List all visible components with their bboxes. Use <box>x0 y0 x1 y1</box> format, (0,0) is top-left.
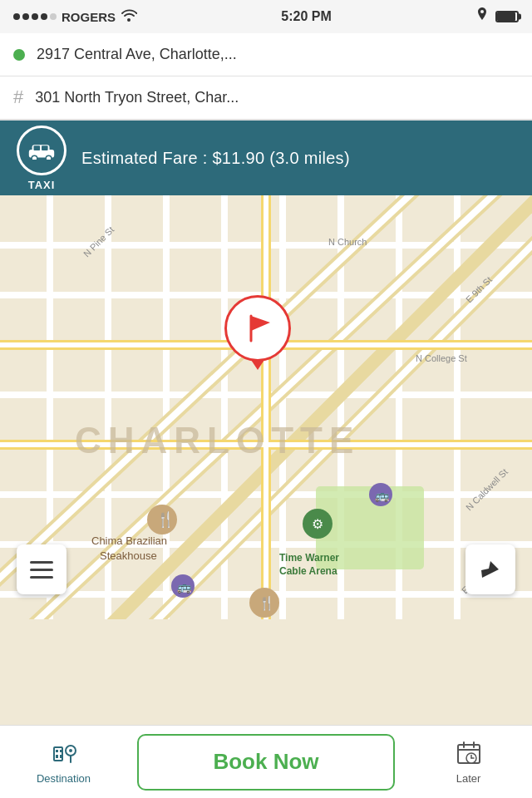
taxi-circle <box>17 126 66 175</box>
flag-circle <box>224 295 291 362</box>
svg-rect-2 <box>34 145 41 150</box>
book-now-button[interactable]: Book Now <box>137 734 395 791</box>
origin-dot-icon <box>13 49 25 61</box>
svg-marker-59 <box>251 316 270 331</box>
signal-dot-4 <box>41 13 47 20</box>
svg-text:🚌: 🚌 <box>177 580 192 594</box>
status-left: ROGERS <box>13 8 137 25</box>
carrier-label: ROGERS <box>62 10 116 24</box>
destination-hash-icon: # <box>13 86 23 108</box>
book-now-label: Book Now <box>213 749 318 775</box>
svg-text:⚙: ⚙ <box>312 517 323 531</box>
svg-point-67 <box>69 749 72 752</box>
destination-icon <box>49 739 79 769</box>
destination-flag-marker <box>224 295 291 362</box>
location-icon <box>475 7 489 26</box>
wifi-icon <box>121 8 137 25</box>
svg-rect-3 <box>42 145 48 150</box>
menu-button[interactable] <box>17 544 66 594</box>
destination-row[interactable]: # <box>0 76 532 120</box>
locate-button[interactable] <box>466 544 515 594</box>
svg-text:🚌: 🚌 <box>375 489 390 503</box>
svg-point-5 <box>46 155 52 160</box>
svg-marker-60 <box>481 561 499 578</box>
signal-dot-2 <box>22 13 29 20</box>
svg-text:Cable Arena: Cable Arena <box>279 565 337 577</box>
destination-input[interactable] <box>35 89 519 106</box>
svg-text:Time Warner: Time Warner <box>279 552 339 564</box>
tab-later[interactable]: Later <box>405 726 532 798</box>
status-time: 5:20 PM <box>281 9 331 24</box>
tab-bar: Destination Book Now Later <box>0 725 532 798</box>
svg-point-4 <box>32 155 37 160</box>
hamburger-line-2 <box>30 569 53 571</box>
svg-text:🍴: 🍴 <box>156 510 175 529</box>
svg-text:N College St: N College St <box>416 353 467 363</box>
fare-text: Estimated Fare : $11.90 (3.0 miles) <box>81 149 350 168</box>
status-right <box>475 7 519 26</box>
signal-dots <box>13 13 57 20</box>
svg-text:🍴: 🍴 <box>259 595 275 611</box>
svg-text:Steakhouse: Steakhouse <box>100 549 157 562</box>
signal-dot-5 <box>50 13 57 20</box>
svg-text:CHARLOTTE: CHARLOTTE <box>75 420 360 461</box>
destination-tab-label: Destination <box>37 772 91 785</box>
origin-input[interactable] <box>37 46 519 63</box>
svg-rect-64 <box>56 755 58 758</box>
fare-banner: TAXI Estimated Fare : $11.90 (3.0 miles) <box>0 121 532 195</box>
signal-dot-1 <box>13 13 20 20</box>
later-icon <box>454 739 484 769</box>
taxi-label: TAXI <box>28 179 56 191</box>
svg-text:N Church: N Church <box>328 237 367 247</box>
later-tab-label: Later <box>456 772 481 785</box>
origin-row[interactable] <box>0 33 532 76</box>
hamburger-line-1 <box>30 561 53 564</box>
flag-pointer <box>251 360 264 370</box>
svg-rect-62 <box>56 750 58 752</box>
battery-icon <box>495 11 519 22</box>
taxi-vehicle-icon: TAXI <box>17 126 66 191</box>
svg-rect-65 <box>60 755 62 758</box>
hamburger-line-3 <box>30 576 53 579</box>
svg-rect-63 <box>60 750 62 752</box>
signal-dot-3 <box>32 13 38 20</box>
status-bar: ROGERS 5:20 PM <box>0 0 532 33</box>
search-area: # <box>0 33 532 121</box>
tab-destination[interactable]: Destination <box>0 726 127 798</box>
locate-icon <box>479 558 502 581</box>
svg-text:Chima Brazilian: Chima Brazilian <box>91 534 167 547</box>
map-area: CHARLOTTE N Pine St N Church N College S… <box>0 195 532 619</box>
svg-rect-61 <box>54 747 62 761</box>
